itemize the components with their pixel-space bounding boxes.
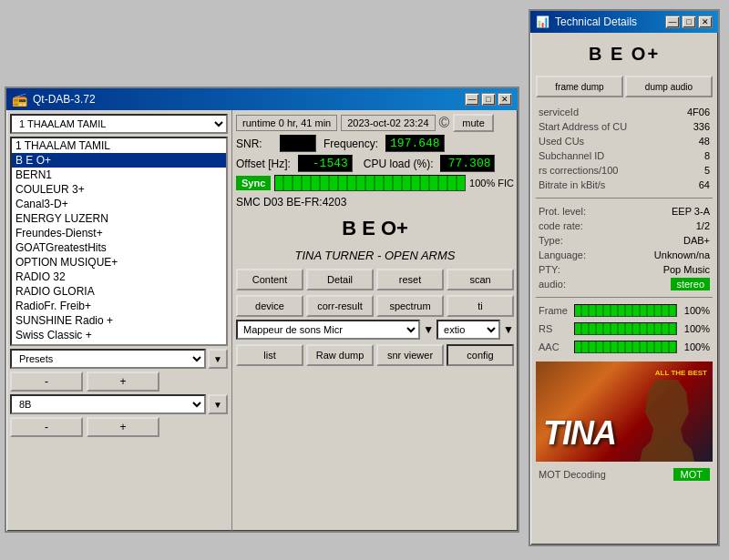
main-close-button[interactable]: ✕ xyxy=(498,93,512,106)
station-list-item[interactable]: OPTION MUSIQUE+ xyxy=(12,255,226,270)
code-rate-label: code rate: xyxy=(536,219,618,233)
station-list-item[interactable]: SUNSHINE Radio + xyxy=(12,313,226,328)
sync-badge: Sync xyxy=(236,176,271,190)
audio-label: audio: xyxy=(536,277,618,291)
used-cus-value: 48 xyxy=(672,134,713,148)
signal-bar xyxy=(274,175,466,191)
station-list[interactable]: 1 THAALAM TAMILB E O+BERN1COULEUR 3+Cana… xyxy=(10,137,228,346)
station-list-item[interactable]: RadioFr. Freib+ xyxy=(12,299,226,313)
snr-value xyxy=(280,135,316,152)
service-id-row: serviceId 4F06 xyxy=(536,105,713,119)
station-dropdown[interactable]: 1 THAALAM TAMILB E O+BERN1COULEUR 3+Cana… xyxy=(10,114,228,134)
station-list-item[interactable]: ENERGY LUZERN xyxy=(12,211,226,226)
main-minimize-button[interactable]: — xyxy=(465,93,479,106)
station-list-item[interactable]: B E O+ xyxy=(12,153,226,168)
service-id-label: serviceId xyxy=(536,105,672,119)
reset-button[interactable]: reset xyxy=(376,269,444,290)
main-window-controls: — □ ✕ xyxy=(465,93,512,106)
station-list-item[interactable]: RADIO 32 xyxy=(12,270,226,284)
runtime-badge: runtime 0 hr, 41 min xyxy=(236,115,337,131)
code-rate-value: 1/2 xyxy=(618,219,713,233)
corr-result-button[interactable]: corr-result xyxy=(306,295,374,317)
extio-select[interactable]: extio xyxy=(436,320,500,340)
offset-cpu-row: Offset [Hz]: -1543 CPU load (%): 77.308 xyxy=(236,155,514,172)
rs-progress-inner xyxy=(575,323,676,334)
tech-minimize-button[interactable]: — xyxy=(665,15,680,28)
config-button[interactable]: config xyxy=(447,344,514,366)
band-arrow-button[interactable]: ▼ xyxy=(208,394,228,414)
used-cus-row: Used CUs 48 xyxy=(536,134,713,148)
button-row-1: Content Detail reset scan xyxy=(236,269,514,290)
cpu-value: 77.308 xyxy=(440,155,495,172)
snr-viewer-button[interactable]: snr viewer xyxy=(376,344,444,366)
aac-progress-inner xyxy=(575,341,676,352)
frame-progress-pct: 100% xyxy=(681,305,710,316)
station-list-item[interactable]: BERN1 xyxy=(12,168,226,182)
album-art: ALL THE BEST TINA xyxy=(536,361,713,462)
main-titlebar: 📻 Qt-DAB-3.72 — □ ✕ xyxy=(6,88,518,110)
preset-plus-button[interactable]: + xyxy=(87,372,159,392)
content-button[interactable]: Content xyxy=(236,269,303,290)
tech-tab-row: frame dump dump audio xyxy=(536,76,713,97)
pty-row: PTY: Pop Music xyxy=(536,262,713,277)
dump-audio-tab[interactable]: dump audio xyxy=(625,76,713,97)
tech-window-controls: — □ ✕ xyxy=(665,15,713,28)
band-plus-button[interactable]: + xyxy=(87,417,159,437)
tech-window-title: Technical Details xyxy=(555,15,637,28)
mute-button[interactable]: mute xyxy=(453,114,493,132)
tech-data-table: serviceId 4F06 Start Address of CU 336 U… xyxy=(536,105,713,192)
presets-arrow-button[interactable]: ▼ xyxy=(208,349,228,369)
pty-value: Pop Music xyxy=(618,262,713,277)
code-rate-row: code rate: 1/2 xyxy=(536,219,713,233)
tech-maximize-button[interactable]: □ xyxy=(682,15,696,28)
preset-controls-row: - + xyxy=(10,372,228,392)
audio-badge: stereo xyxy=(671,278,710,290)
station-list-item[interactable]: Canal3-D+ xyxy=(12,197,226,211)
prot-level-row: Prot. level: EEP 3-A xyxy=(536,204,713,219)
raw-dump-button[interactable]: Raw dump xyxy=(306,344,374,366)
tech-station-name: B E O+ xyxy=(536,38,713,72)
band-minus-button[interactable]: - xyxy=(10,417,83,437)
tech-close-button[interactable]: ✕ xyxy=(698,15,713,28)
language-row: Language: Unknown/na xyxy=(536,248,713,262)
bitrate-row: Bitrate in kBit/s 64 xyxy=(536,178,713,192)
type-row: Type: DAB+ xyxy=(536,233,713,248)
band-row: 8B ▼ xyxy=(10,394,228,414)
list-button[interactable]: list xyxy=(236,344,303,366)
rs-corrections-value: 5 xyxy=(672,163,713,178)
device-button[interactable]: device xyxy=(236,295,303,317)
station-list-item[interactable]: GOATGreatestHits xyxy=(12,240,226,255)
detail-button[interactable]: Detail xyxy=(306,269,374,290)
station-list-item[interactable]: Freundes-Dienst+ xyxy=(12,226,226,240)
tech-data-table-2: Prot. level: EEP 3-A code rate: 1/2 Type… xyxy=(536,204,713,291)
station-list-item[interactable]: Swiss Classic + xyxy=(12,328,226,342)
frame-progress-inner xyxy=(575,305,676,316)
subchannel-value: 8 xyxy=(672,148,713,163)
type-value: DAB+ xyxy=(618,233,713,248)
spectrum-button[interactable]: spectrum xyxy=(376,295,444,317)
aac-progress-pct: 100% xyxy=(681,341,710,352)
presets-select[interactable]: Presets xyxy=(10,349,206,369)
prot-level-value: EEP 3-A xyxy=(618,204,713,219)
main-window-title: Qt-DAB-3.72 xyxy=(33,93,96,106)
main-window: 📻 Qt-DAB-3.72 — □ ✕ 1 THAALAM TAMILB E O… xyxy=(5,87,519,533)
station-list-item[interactable]: 1 THAALAM TAMIL xyxy=(12,138,226,153)
main-maximize-button[interactable]: □ xyxy=(481,93,496,106)
frame-dump-tab[interactable]: frame dump xyxy=(536,76,623,97)
device-mapper-row: Mappeur de sons Micr ▼ extio ▼ xyxy=(236,320,514,340)
rs-progress-bar xyxy=(574,322,677,335)
preset-minus-button[interactable]: - xyxy=(10,372,83,392)
station-list-item[interactable]: RADIO GLORIA xyxy=(12,284,226,299)
mapper-select[interactable]: Mappeur de sons Micr xyxy=(236,320,420,340)
type-label: Type: xyxy=(536,233,618,248)
top-info-row: runtime 0 hr, 41 min 2023-oct-02 23:24 ©… xyxy=(236,114,514,132)
band-select[interactable]: 8B xyxy=(10,394,206,414)
signal-bar-inner xyxy=(275,176,465,190)
audio-value: stereo xyxy=(618,277,713,291)
station-list-item[interactable]: COULEUR 3+ xyxy=(12,182,226,197)
scan-button[interactable]: scan xyxy=(447,269,514,290)
frame-progress-row: Frame 100% xyxy=(536,303,713,318)
ti-button[interactable]: ti xyxy=(447,295,514,317)
rs-corrections-label: rs corrections/100 xyxy=(536,163,672,178)
button-row-2: device corr-result spectrum ti xyxy=(236,295,514,317)
